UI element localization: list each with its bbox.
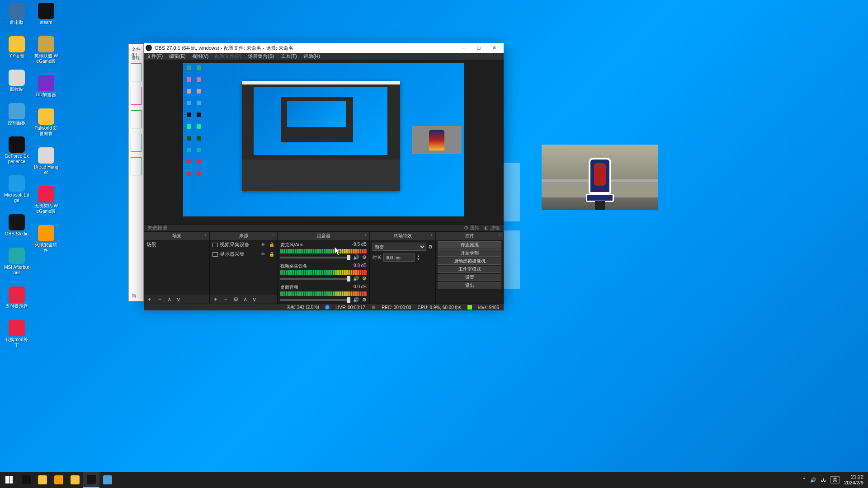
obs-titlebar[interactable]: OBS 27.0.1 (64-bit, windows) - 配置文件: 未命名… xyxy=(144,43,504,53)
source-item[interactable]: 显示器采集👁🔒 xyxy=(210,249,277,259)
duration-input[interactable] xyxy=(383,253,415,262)
desktop-icon[interactable]: 此电脑 xyxy=(4,3,30,25)
mute-icon[interactable]: 🔊 xyxy=(353,276,359,282)
menu-item[interactable]: 帮助(H) xyxy=(303,53,320,60)
desktop-icon[interactable]: 支付提示音 xyxy=(4,286,30,309)
desktop-icon[interactable]: Palworld 幻兽帕鲁 xyxy=(33,108,59,136)
dock-popout-icon[interactable]: ⋮ xyxy=(429,234,434,238)
source-props-button[interactable]: ⚙ xyxy=(233,296,239,303)
channel-settings-icon[interactable]: ⚙ xyxy=(362,254,367,260)
icon-label: 无畏契约 WeGame版 xyxy=(33,203,59,214)
tray-chevron-icon[interactable]: ˄ xyxy=(803,477,806,483)
start-button[interactable] xyxy=(0,472,18,488)
dock-popout-icon[interactable]: ⋮ xyxy=(203,234,208,238)
remove-source-button[interactable]: － xyxy=(223,295,229,303)
taskbar-app-yy[interactable] xyxy=(34,472,51,488)
app-icon xyxy=(38,186,54,202)
tray-clock[interactable]: 21:22 2024/2/9 xyxy=(844,474,863,486)
tray-volume-icon[interactable]: 🔊 xyxy=(810,477,816,483)
source-down-button[interactable]: ∨ xyxy=(252,296,257,303)
desktop-icon[interactable]: 代购mod补丁 xyxy=(4,320,30,348)
mute-icon[interactable]: 🔊 xyxy=(353,254,359,260)
app-icon xyxy=(9,36,25,52)
desktop-icon[interactable]: 火绒安全软件 xyxy=(33,225,59,253)
volume-slider[interactable] xyxy=(280,278,350,280)
duration-down[interactable]: ▼ xyxy=(417,258,420,261)
obs-preview-area[interactable] xyxy=(144,60,504,224)
icon-label: Microsoft Edge xyxy=(4,192,29,203)
dock-popout-icon[interactable]: ⋮ xyxy=(363,234,368,238)
source-item[interactable]: 视频采集设备👁🔒 xyxy=(210,240,277,249)
filters-button[interactable]: ◐ 滤镜 xyxy=(484,225,500,231)
lock-toggle-icon[interactable]: 🔒 xyxy=(269,252,274,257)
desktop-icon[interactable]: steam xyxy=(33,3,59,25)
transition-select[interactable]: 渐变 xyxy=(373,243,426,251)
menu-item[interactable]: 场景集合(S) xyxy=(248,53,274,60)
dock-popout-icon[interactable]: ⋮ xyxy=(497,234,501,238)
app-icon xyxy=(9,320,25,336)
desktop-icon[interactable]: OBS Studio xyxy=(4,214,30,237)
desktop-icon[interactable]: DD加速器 xyxy=(33,75,59,98)
scene-up-button[interactable]: ∧ xyxy=(167,296,172,303)
tray-network-icon[interactable]: 🖧 xyxy=(821,477,826,483)
icon-label: 此电脑 xyxy=(10,20,24,25)
tm-tab[interactable]: 进程 xyxy=(129,54,143,61)
visibility-toggle-icon[interactable]: 👁 xyxy=(261,252,265,257)
control-button[interactable]: 开始录制 xyxy=(438,249,501,257)
desktop-icon[interactable]: Dread Hunger xyxy=(33,147,59,175)
desktop-icon[interactable]: MSI Afterburner xyxy=(4,248,30,276)
desktop-icon[interactable]: YY语音 xyxy=(4,36,30,59)
taskbar-app-shield[interactable] xyxy=(51,472,67,488)
mute-icon[interactable]: 🔊 xyxy=(353,297,359,303)
menu-item[interactable]: 工具(T) xyxy=(281,53,297,60)
add-source-button[interactable]: ＋ xyxy=(212,295,218,303)
control-button[interactable]: 启动虚拟摄像机 xyxy=(438,258,501,265)
control-button[interactable]: 设置 xyxy=(438,274,501,281)
remove-scene-button[interactable]: － xyxy=(157,295,163,303)
control-button[interactable]: 退出 xyxy=(438,282,501,289)
lock-toggle-icon[interactable]: 🔒 xyxy=(269,242,274,247)
desktop-icon[interactable]: GeForce Experience xyxy=(4,136,30,164)
volume-slider[interactable] xyxy=(280,257,350,258)
minimize-button[interactable]: ─ xyxy=(456,43,471,53)
menu-item[interactable]: 文件(F) xyxy=(146,53,163,60)
obs-preview-canvas[interactable] xyxy=(183,63,464,221)
tray-ime-indicator[interactable]: 英 xyxy=(830,476,840,483)
channel-settings-icon[interactable]: ⚙ xyxy=(362,276,367,282)
taskbar-app-explorer[interactable] xyxy=(99,472,116,488)
desktop-icon[interactable]: 英雄联盟 WeGame版 xyxy=(33,36,59,64)
scene-down-button[interactable]: ∨ xyxy=(176,296,181,303)
taskbar-app-obs[interactable] xyxy=(83,472,99,488)
windows-taskbar: ˄ 🔊 🖧 英 21:22 2024/2/9 xyxy=(0,472,868,488)
close-button[interactable]: ✕ xyxy=(486,43,502,53)
tm-menu[interactable]: 文件(F) xyxy=(129,44,143,54)
menu-item[interactable]: 编辑(E) xyxy=(169,53,186,60)
desktop-icons: 此电脑YY语音回收站控制面板GeForce ExperienceMicrosof… xyxy=(4,3,62,355)
status-live-time: LIVE: 00:03:17 xyxy=(335,305,365,310)
desktop-icon[interactable]: Microsoft Edge xyxy=(4,175,30,203)
source-up-button[interactable]: ∧ xyxy=(243,296,248,303)
duration-up[interactable]: ▲ xyxy=(417,254,420,258)
taskbar-app-folder[interactable] xyxy=(67,472,83,488)
control-button[interactable]: 停止推流 xyxy=(438,241,501,249)
add-scene-button[interactable]: ＋ xyxy=(146,295,152,303)
volume-slider[interactable] xyxy=(280,299,350,301)
properties-button[interactable]: ⚙ 属性 xyxy=(464,225,480,231)
channel-settings-icon[interactable]: ⚙ xyxy=(362,297,367,303)
taskbar-app-steam[interactable] xyxy=(18,472,34,488)
scene-item[interactable]: 场景 xyxy=(144,240,209,249)
tm-footer[interactable]: 简 xyxy=(132,293,136,299)
visibility-toggle-icon[interactable]: 👁 xyxy=(261,242,265,247)
channel-db: 0.0 dB xyxy=(354,263,367,269)
maximize-button[interactable]: □ xyxy=(471,43,486,53)
preview-webcam-source[interactable] xyxy=(412,126,462,154)
desktop-icon[interactable]: 回收站 xyxy=(4,70,30,92)
control-button[interactable]: 工作室模式 xyxy=(438,266,501,273)
transition-settings-icon[interactable]: ⚙ xyxy=(428,244,433,250)
desktop-icon[interactable]: 无畏契约 WeGame版 xyxy=(33,186,59,214)
desktop-icon[interactable]: 控制面板 xyxy=(4,103,30,126)
task-manager-window[interactable]: 文件(F) 进程 简 xyxy=(128,44,144,301)
dock-popout-icon[interactable]: ⋮ xyxy=(271,234,275,238)
menu-item[interactable]: 视图(V) xyxy=(192,53,209,60)
menu-item[interactable]: 配置文件(P) xyxy=(215,53,241,60)
